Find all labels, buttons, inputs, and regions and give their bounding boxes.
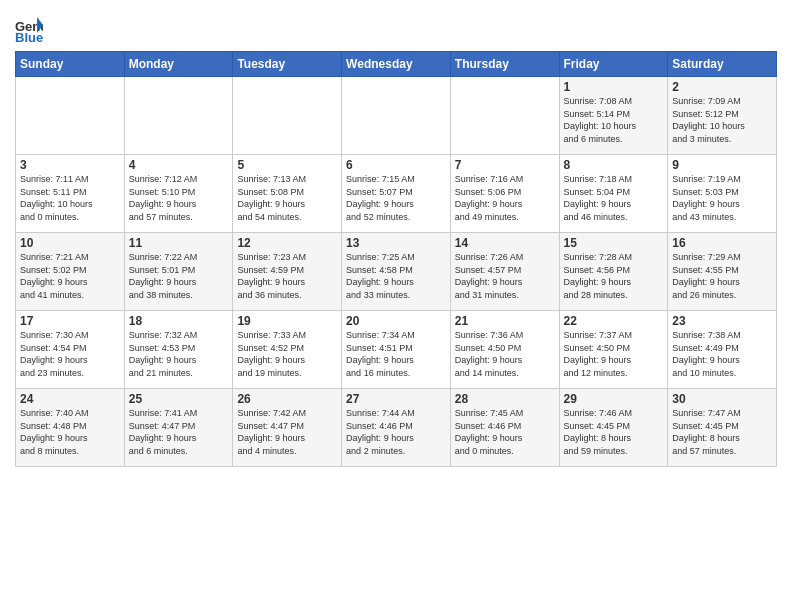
day-info: Sunrise: 7:34 AM Sunset: 4:51 PM Dayligh… [346,329,446,379]
calendar-cell: 11Sunrise: 7:22 AM Sunset: 5:01 PM Dayli… [124,233,233,311]
calendar-cell: 2Sunrise: 7:09 AM Sunset: 5:12 PM Daylig… [668,77,777,155]
calendar-body: 1Sunrise: 7:08 AM Sunset: 5:14 PM Daylig… [16,77,777,467]
day-info: Sunrise: 7:37 AM Sunset: 4:50 PM Dayligh… [564,329,664,379]
calendar-cell: 22Sunrise: 7:37 AM Sunset: 4:50 PM Dayli… [559,311,668,389]
day-info: Sunrise: 7:08 AM Sunset: 5:14 PM Dayligh… [564,95,664,145]
calendar-cell: 1Sunrise: 7:08 AM Sunset: 5:14 PM Daylig… [559,77,668,155]
header: General Blue [15,10,777,43]
day-info: Sunrise: 7:38 AM Sunset: 4:49 PM Dayligh… [672,329,772,379]
calendar-table: SundayMondayTuesdayWednesdayThursdayFrid… [15,51,777,467]
day-number: 23 [672,314,772,328]
day-number: 16 [672,236,772,250]
calendar-cell: 23Sunrise: 7:38 AM Sunset: 4:49 PM Dayli… [668,311,777,389]
calendar-cell: 4Sunrise: 7:12 AM Sunset: 5:10 PM Daylig… [124,155,233,233]
day-info: Sunrise: 7:23 AM Sunset: 4:59 PM Dayligh… [237,251,337,301]
day-number: 13 [346,236,446,250]
calendar-week-row: 3Sunrise: 7:11 AM Sunset: 5:11 PM Daylig… [16,155,777,233]
calendar-cell: 16Sunrise: 7:29 AM Sunset: 4:55 PM Dayli… [668,233,777,311]
weekday-header: Thursday [450,52,559,77]
calendar-cell: 18Sunrise: 7:32 AM Sunset: 4:53 PM Dayli… [124,311,233,389]
day-info: Sunrise: 7:41 AM Sunset: 4:47 PM Dayligh… [129,407,229,457]
day-info: Sunrise: 7:16 AM Sunset: 5:06 PM Dayligh… [455,173,555,223]
day-info: Sunrise: 7:12 AM Sunset: 5:10 PM Dayligh… [129,173,229,223]
day-number: 14 [455,236,555,250]
day-info: Sunrise: 7:33 AM Sunset: 4:52 PM Dayligh… [237,329,337,379]
day-number: 28 [455,392,555,406]
day-info: Sunrise: 7:28 AM Sunset: 4:56 PM Dayligh… [564,251,664,301]
calendar-header-row: SundayMondayTuesdayWednesdayThursdayFrid… [16,52,777,77]
calendar-cell: 27Sunrise: 7:44 AM Sunset: 4:46 PM Dayli… [342,389,451,467]
day-number: 9 [672,158,772,172]
day-number: 29 [564,392,664,406]
weekday-header: Saturday [668,52,777,77]
day-info: Sunrise: 7:13 AM Sunset: 5:08 PM Dayligh… [237,173,337,223]
calendar-cell [342,77,451,155]
day-info: Sunrise: 7:09 AM Sunset: 5:12 PM Dayligh… [672,95,772,145]
day-number: 12 [237,236,337,250]
calendar-cell: 14Sunrise: 7:26 AM Sunset: 4:57 PM Dayli… [450,233,559,311]
day-info: Sunrise: 7:30 AM Sunset: 4:54 PM Dayligh… [20,329,120,379]
day-number: 5 [237,158,337,172]
calendar-cell: 6Sunrise: 7:15 AM Sunset: 5:07 PM Daylig… [342,155,451,233]
calendar-cell: 29Sunrise: 7:46 AM Sunset: 4:45 PM Dayli… [559,389,668,467]
calendar-week-row: 10Sunrise: 7:21 AM Sunset: 5:02 PM Dayli… [16,233,777,311]
day-info: Sunrise: 7:21 AM Sunset: 5:02 PM Dayligh… [20,251,120,301]
day-number: 17 [20,314,120,328]
day-info: Sunrise: 7:18 AM Sunset: 5:04 PM Dayligh… [564,173,664,223]
day-info: Sunrise: 7:11 AM Sunset: 5:11 PM Dayligh… [20,173,120,223]
day-info: Sunrise: 7:25 AM Sunset: 4:58 PM Dayligh… [346,251,446,301]
day-info: Sunrise: 7:45 AM Sunset: 4:46 PM Dayligh… [455,407,555,457]
weekday-header: Sunday [16,52,125,77]
day-number: 2 [672,80,772,94]
calendar-week-row: 17Sunrise: 7:30 AM Sunset: 4:54 PM Dayli… [16,311,777,389]
day-number: 4 [129,158,229,172]
calendar-cell: 28Sunrise: 7:45 AM Sunset: 4:46 PM Dayli… [450,389,559,467]
calendar-cell: 17Sunrise: 7:30 AM Sunset: 4:54 PM Dayli… [16,311,125,389]
calendar-week-row: 1Sunrise: 7:08 AM Sunset: 5:14 PM Daylig… [16,77,777,155]
day-info: Sunrise: 7:47 AM Sunset: 4:45 PM Dayligh… [672,407,772,457]
calendar-cell: 10Sunrise: 7:21 AM Sunset: 5:02 PM Dayli… [16,233,125,311]
day-number: 25 [129,392,229,406]
calendar-cell: 13Sunrise: 7:25 AM Sunset: 4:58 PM Dayli… [342,233,451,311]
weekday-header: Wednesday [342,52,451,77]
weekday-header: Friday [559,52,668,77]
calendar-cell: 5Sunrise: 7:13 AM Sunset: 5:08 PM Daylig… [233,155,342,233]
day-info: Sunrise: 7:19 AM Sunset: 5:03 PM Dayligh… [672,173,772,223]
day-info: Sunrise: 7:22 AM Sunset: 5:01 PM Dayligh… [129,251,229,301]
day-info: Sunrise: 7:26 AM Sunset: 4:57 PM Dayligh… [455,251,555,301]
weekday-header: Tuesday [233,52,342,77]
day-number: 30 [672,392,772,406]
calendar-cell: 3Sunrise: 7:11 AM Sunset: 5:11 PM Daylig… [16,155,125,233]
day-number: 18 [129,314,229,328]
day-info: Sunrise: 7:32 AM Sunset: 4:53 PM Dayligh… [129,329,229,379]
day-number: 19 [237,314,337,328]
calendar-cell: 12Sunrise: 7:23 AM Sunset: 4:59 PM Dayli… [233,233,342,311]
calendar-cell: 21Sunrise: 7:36 AM Sunset: 4:50 PM Dayli… [450,311,559,389]
calendar-cell: 24Sunrise: 7:40 AM Sunset: 4:48 PM Dayli… [16,389,125,467]
calendar-cell: 7Sunrise: 7:16 AM Sunset: 5:06 PM Daylig… [450,155,559,233]
day-number: 6 [346,158,446,172]
day-number: 21 [455,314,555,328]
day-number: 10 [20,236,120,250]
day-number: 15 [564,236,664,250]
calendar-cell: 9Sunrise: 7:19 AM Sunset: 5:03 PM Daylig… [668,155,777,233]
day-number: 11 [129,236,229,250]
day-number: 1 [564,80,664,94]
calendar-cell: 20Sunrise: 7:34 AM Sunset: 4:51 PM Dayli… [342,311,451,389]
calendar-cell [16,77,125,155]
calendar-cell: 19Sunrise: 7:33 AM Sunset: 4:52 PM Dayli… [233,311,342,389]
day-number: 26 [237,392,337,406]
day-info: Sunrise: 7:42 AM Sunset: 4:47 PM Dayligh… [237,407,337,457]
svg-text:Blue: Blue [15,30,43,43]
calendar-cell: 30Sunrise: 7:47 AM Sunset: 4:45 PM Dayli… [668,389,777,467]
calendar-cell: 8Sunrise: 7:18 AM Sunset: 5:04 PM Daylig… [559,155,668,233]
day-number: 20 [346,314,446,328]
day-info: Sunrise: 7:15 AM Sunset: 5:07 PM Dayligh… [346,173,446,223]
day-info: Sunrise: 7:44 AM Sunset: 4:46 PM Dayligh… [346,407,446,457]
day-number: 22 [564,314,664,328]
calendar-cell: 26Sunrise: 7:42 AM Sunset: 4:47 PM Dayli… [233,389,342,467]
page-container: General Blue SundayMondayTuesdayWednesda… [0,0,792,477]
day-number: 7 [455,158,555,172]
day-info: Sunrise: 7:29 AM Sunset: 4:55 PM Dayligh… [672,251,772,301]
day-number: 27 [346,392,446,406]
